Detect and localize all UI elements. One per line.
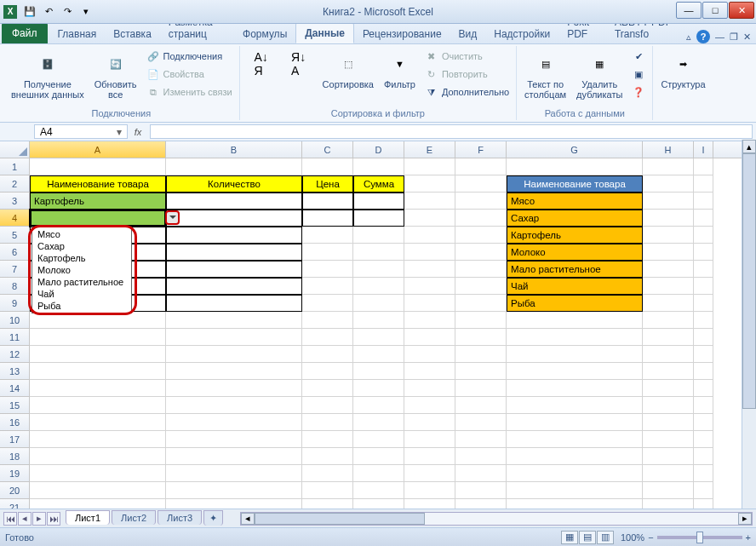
cell-I11[interactable] [694,329,713,346]
cell-E8[interactable] [404,278,455,295]
cell-C19[interactable] [302,465,353,482]
row-header-6[interactable]: 6 [0,244,30,261]
cell-G8[interactable]: Чай [507,278,643,295]
cell-G19[interactable] [507,465,643,482]
cell-C16[interactable] [302,414,353,431]
cell-E17[interactable] [404,431,455,448]
btn-structure[interactable]: ➡ Структура [656,48,709,92]
cell-E9[interactable] [404,295,455,312]
cell-C1[interactable] [302,158,353,175]
btn-remove-duplicates[interactable]: ▦ Удалить дубликаты [572,48,627,102]
cell-F19[interactable] [455,465,507,482]
sheet-tab-Лист3[interactable]: Лист3 [158,510,202,525]
qat-save[interactable]: 💾 [22,4,37,20]
cell-H6[interactable] [643,244,694,261]
tab-nav-next[interactable]: ▸ [32,512,46,526]
workbook-close[interactable]: ✕ [743,32,751,43]
cell-I2[interactable] [694,175,713,193]
data-validation-dropdown-list[interactable]: МясоСахарКартофельМолокоМало растительно… [32,227,132,313]
cell-D5[interactable] [353,227,404,244]
cell-C15[interactable] [302,397,353,414]
cell-B11[interactable] [166,329,302,346]
cell-C11[interactable] [302,329,353,346]
tab-nav-first[interactable]: ⏮ [3,512,17,526]
cell-C18[interactable] [302,448,353,465]
cell-H4[interactable] [643,210,694,227]
vscroll-thumb[interactable] [742,153,756,409]
cell-G10[interactable] [507,312,643,329]
cell-D18[interactable] [353,448,404,465]
scroll-left-arrow[interactable]: ◂ [241,513,255,525]
row-header-17[interactable]: 17 [0,431,30,448]
cell-G9[interactable]: Рыба [507,295,643,312]
cell-I8[interactable] [694,278,713,295]
cell-B8[interactable] [166,278,302,295]
cell-I6[interactable] [694,244,713,261]
cell-H8[interactable] [643,278,694,295]
btn-what-if[interactable]: ❓ [628,83,649,101]
col-header-E[interactable]: E [404,141,455,158]
cell-E18[interactable] [404,448,455,465]
cell-B10[interactable] [166,312,302,329]
new-sheet-button[interactable]: ✦ [203,510,223,526]
cell-E7[interactable] [404,261,455,278]
col-header-F[interactable]: F [455,141,507,158]
tab-nav-prev[interactable]: ◂ [18,512,32,526]
cell-H1[interactable] [643,158,694,175]
cell-C9[interactable] [302,295,353,312]
close-button[interactable]: ✕ [729,2,754,19]
cell-B9[interactable] [166,295,302,312]
cell-B12[interactable] [166,346,302,363]
tab-данные[interactable]: Данные [295,23,354,43]
namebox-dropdown-icon[interactable]: ▾ [117,126,122,138]
cell-G2[interactable]: Наименование товара [507,175,643,193]
dv-item[interactable]: Мясо [32,228,131,240]
btn-refresh-all[interactable]: 🔄 Обновить все [90,48,141,102]
cell-I7[interactable] [694,261,713,278]
cell-C2[interactable]: Цена [302,175,353,193]
hscroll-thumb[interactable] [255,513,425,525]
cell-I9[interactable] [694,295,713,312]
col-header-D[interactable]: D [353,141,404,158]
cell-C7[interactable] [302,261,353,278]
cell-H2[interactable] [643,175,694,193]
btn-filter[interactable]: ▼ Фильтр [380,48,420,92]
cell-D1[interactable] [353,158,404,175]
row-header-16[interactable]: 16 [0,414,30,431]
cell-H5[interactable] [643,227,694,244]
btn-connections[interactable]: 🔗Подключения [143,48,236,65]
cell-B13[interactable] [166,363,302,380]
view-normal[interactable]: ▦ [561,531,578,544]
cell-B6[interactable] [166,244,302,261]
row-header-2[interactable]: 2 [0,175,30,193]
cell-H16[interactable] [643,414,694,431]
cell-I12[interactable] [694,346,713,363]
btn-sort-asc[interactable]: A↓Я [243,48,279,80]
cell-D11[interactable] [353,329,404,346]
zoom-out[interactable]: − [648,532,653,543]
dv-item[interactable]: Картофель [32,252,131,264]
btn-sort[interactable]: ⬚ Сортировка [318,48,378,92]
row-header-1[interactable]: 1 [0,158,30,175]
col-header-C[interactable]: C [302,141,353,158]
cell-E6[interactable] [404,244,455,261]
cell-F12[interactable] [455,346,507,363]
col-header-I[interactable]: I [694,141,713,158]
cell-H9[interactable] [643,295,694,312]
row-header-13[interactable]: 13 [0,363,30,380]
btn-text-to-columns[interactable]: ▤ Текст по столбцам [520,48,570,102]
cell-F15[interactable] [455,397,507,414]
cell-B1[interactable] [166,158,302,175]
cell-I14[interactable] [694,380,713,397]
tab-вставка[interactable]: Вставка [105,25,160,43]
scroll-up-arrow[interactable]: ▴ [742,140,756,153]
cell-B15[interactable] [166,397,302,414]
cell-G4[interactable]: Сахар [507,210,643,227]
cell-G13[interactable] [507,363,643,380]
cell-D17[interactable] [353,431,404,448]
cell-A14[interactable] [30,380,166,397]
cell-I10[interactable] [694,312,713,329]
cell-I15[interactable] [694,397,713,414]
cell-I20[interactable] [694,482,713,499]
cell-G7[interactable]: Мало растительное [507,261,643,278]
